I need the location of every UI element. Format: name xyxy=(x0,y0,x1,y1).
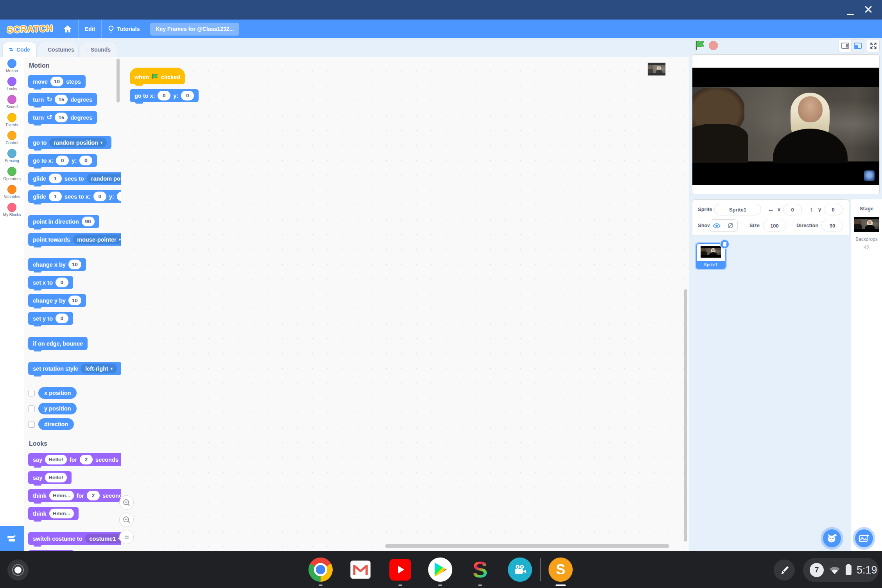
sidebar-item-looks[interactable]: Looks xyxy=(0,75,24,93)
block-input[interactable]: Hello! xyxy=(45,473,67,482)
sidebar-item-sensing[interactable]: Sensing xyxy=(0,147,24,165)
stack-block[interactable]: if on edge, bounce xyxy=(28,337,88,350)
block-input[interactable]: 0 xyxy=(181,91,194,100)
block-input[interactable]: 90 xyxy=(82,217,95,226)
screencast-app-icon[interactable] xyxy=(507,557,532,582)
tutorials-menu[interactable]: Tutorials xyxy=(102,20,146,38)
stack-block[interactable]: set rotation styleleft-right▾ xyxy=(28,362,121,375)
small-stage-layout-button[interactable] xyxy=(839,39,852,52)
sidebar-item-motion[interactable]: Motion xyxy=(0,57,24,75)
tab-costumes[interactable]: Costumes xyxy=(38,42,79,57)
sidebar-item-control[interactable]: Control xyxy=(0,129,24,147)
monitor-checkbox[interactable] xyxy=(28,390,35,396)
zoom-in-button[interactable] xyxy=(119,495,134,510)
backdrop-thumbnail[interactable] xyxy=(854,217,879,232)
delete-sprite-button[interactable] xyxy=(720,239,730,249)
x-input[interactable] xyxy=(783,204,802,215)
y-input[interactable] xyxy=(824,204,843,215)
block-input[interactable]: 0 xyxy=(56,156,69,165)
code-workspace[interactable]: whenclickedgo to x:0y:0 xyxy=(121,57,689,551)
block-input[interactable]: 1 xyxy=(49,192,62,201)
large-stage-layout-button[interactable] xyxy=(851,39,864,52)
block-input[interactable]: 2 xyxy=(80,455,93,464)
stack-block[interactable]: point towardsmouse-pointer▾ xyxy=(28,233,121,246)
block-input[interactable]: 2 xyxy=(87,491,100,500)
block-dropdown[interactable]: mouse-pointer▾ xyxy=(73,235,121,244)
minimize-icon[interactable] xyxy=(847,14,854,15)
block-input[interactable]: 10 xyxy=(68,260,81,269)
script-stack[interactable]: whenclickedgo to x:0y:0 xyxy=(130,68,199,107)
stack-block[interactable]: change x by10 xyxy=(28,258,86,271)
stack-block[interactable]: change y by10 xyxy=(28,294,86,307)
block-input[interactable]: 0 xyxy=(158,91,170,100)
s-app-icon[interactable]: S xyxy=(468,557,493,582)
stack-block[interactable]: go to x:0y:0 xyxy=(28,154,97,167)
block-input[interactable]: 1 xyxy=(49,174,62,183)
stack-block[interactable]: move10steps xyxy=(28,75,86,88)
palette-scrollbar[interactable] xyxy=(117,59,120,102)
show-hidden-button[interactable] xyxy=(724,220,738,231)
reporter-block[interactable]: y position xyxy=(38,403,77,414)
stack-block[interactable]: glide1secs torandom position▾ xyxy=(28,172,121,185)
stack-block[interactable]: set y to0 xyxy=(28,312,73,325)
stack-block[interactable]: go to x:0y:0 xyxy=(130,89,199,102)
stop-button[interactable] xyxy=(709,41,718,50)
block-input[interactable]: Hmm... xyxy=(49,509,74,518)
fullscreen-icon[interactable] xyxy=(867,39,880,52)
stack-block[interactable]: switch costume tocostume1▾ xyxy=(28,532,121,545)
reporter-block[interactable]: direction xyxy=(38,418,74,430)
block-dropdown[interactable]: left-right▾ xyxy=(81,364,117,373)
block-input[interactable]: 0 xyxy=(56,314,68,323)
block-input[interactable]: 0 xyxy=(56,278,68,287)
block-input[interactable]: 15 xyxy=(55,95,68,104)
stack-block[interactable]: point in direction90 xyxy=(28,215,99,228)
home-icon[interactable] xyxy=(57,20,78,38)
green-flag-button[interactable] xyxy=(694,40,705,51)
monitor-checkbox[interactable] xyxy=(28,421,35,428)
chrome-app-icon[interactable] xyxy=(308,557,333,582)
close-icon[interactable]: ✕ xyxy=(860,2,877,18)
play-store-app-icon[interactable] xyxy=(428,557,453,582)
block-input[interactable]: 0 xyxy=(117,192,121,201)
reporter-block[interactable]: x position xyxy=(38,387,77,399)
stage[interactable] xyxy=(692,54,880,194)
stack-block[interactable]: go torandom position▾ xyxy=(28,136,111,149)
block-input[interactable]: 0 xyxy=(93,192,106,201)
stylus-tools-button[interactable] xyxy=(774,559,795,581)
sidebar-item-my-blocks[interactable]: My Blocks xyxy=(0,201,24,219)
size-input[interactable] xyxy=(763,220,786,231)
project-title[interactable]: Key Frames for @Class1232... xyxy=(150,23,239,36)
sidebar-item-operators[interactable]: Operators xyxy=(0,165,24,183)
scratch-app-icon[interactable]: S xyxy=(548,557,573,582)
sidebar-item-variables[interactable]: Variables xyxy=(0,183,24,201)
tab-code[interactable]: Code xyxy=(2,42,37,57)
sprite-name-input[interactable] xyxy=(714,204,761,215)
block-input[interactable]: 10 xyxy=(68,296,81,305)
sprite-card[interactable]: Sprite1 xyxy=(696,243,726,269)
sidebar-item-events[interactable]: Events xyxy=(0,111,24,129)
block-dropdown[interactable]: random position▾ xyxy=(49,138,107,147)
block-input[interactable]: 0 xyxy=(79,156,92,165)
youtube-app-icon[interactable] xyxy=(388,557,413,582)
hat-block[interactable]: whenclicked xyxy=(130,68,185,84)
stack-block[interactable]: turn↺15degrees xyxy=(28,111,97,124)
add-sprite-button[interactable] xyxy=(823,529,841,547)
stack-block[interactable]: set x to0 xyxy=(28,276,73,289)
zoom-out-button[interactable] xyxy=(119,513,134,527)
status-tray[interactable]: 7 5:19 xyxy=(803,558,879,582)
stage-selector[interactable]: Stage Backdrops 42 xyxy=(851,199,882,551)
block-input[interactable]: 10 xyxy=(50,77,63,86)
stack-block[interactable]: glide1secs to x:0y:0 xyxy=(28,190,121,203)
launcher-button[interactable] xyxy=(7,559,29,581)
stack-block[interactable]: thinkHmm... xyxy=(28,507,79,520)
zoom-reset-button[interactable] xyxy=(119,530,134,544)
direction-input[interactable] xyxy=(821,220,843,231)
horizontal-scrollbar[interactable] xyxy=(385,544,669,548)
block-input[interactable]: 15 xyxy=(55,113,68,122)
block-dropdown[interactable]: random position▾ xyxy=(87,174,121,183)
tab-sounds[interactable]: Sounds xyxy=(80,42,117,57)
stack-block[interactable]: sayHello! xyxy=(28,471,72,484)
monitor-checkbox[interactable] xyxy=(28,405,35,412)
add-extension-button[interactable] xyxy=(0,526,24,551)
block-dropdown[interactable]: costume1▾ xyxy=(85,534,122,543)
